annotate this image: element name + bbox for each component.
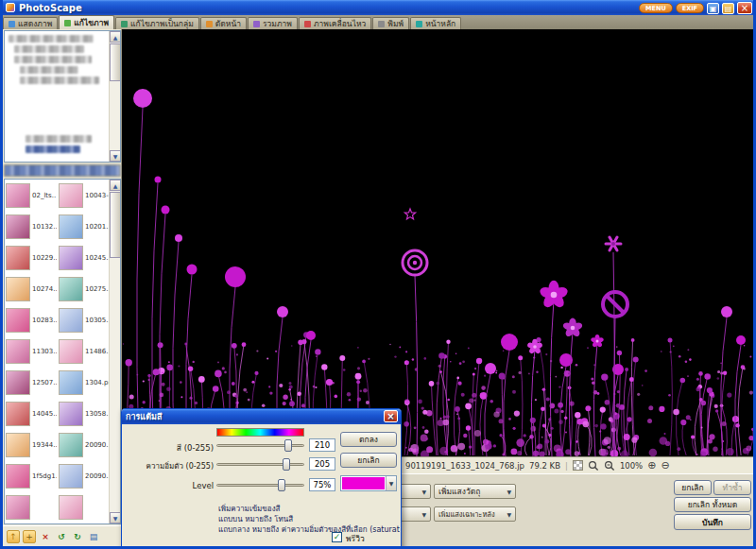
rotate-ccw-icon[interactable]: ↺ bbox=[55, 530, 68, 543]
thumbnail-item[interactable]: 10305.. bbox=[58, 304, 111, 335]
saturation-label: ความอิ่มตัว (0-255) bbox=[126, 460, 214, 472]
description-line: เพิ่มความเข้มของสี bbox=[218, 504, 400, 514]
thumbnail-scrollbar[interactable]: ▲ ▼ bbox=[109, 180, 120, 523]
exif-button[interactable]: EXIF bbox=[676, 3, 704, 13]
thumbnail-item[interactable]: 10201.. bbox=[58, 211, 111, 242]
image-view-icon[interactable]: ▤ bbox=[87, 530, 100, 543]
thumbnail-item[interactable]: 02_lts.. bbox=[5, 180, 58, 211]
tab-page[interactable]: ตัดหน้า bbox=[200, 17, 247, 29]
thumbnail-filename: 12507.. bbox=[32, 379, 57, 386]
tab-home[interactable]: หน้าหลัก bbox=[410, 17, 461, 29]
backlight-dropdown[interactable]: เพิ่มแสงเฉพาะหลัง▼ bbox=[434, 506, 516, 522]
blurred-tree-row bbox=[14, 45, 84, 53]
tab-combine[interactable]: รวมภาพ bbox=[248, 17, 298, 29]
transparency-checker-icon[interactable] bbox=[573, 460, 583, 471]
saturation-slider-thumb[interactable] bbox=[283, 458, 290, 471]
thumbnail-item[interactable]: 20090... bbox=[58, 429, 111, 460]
zoom-actual-icon[interactable] bbox=[604, 460, 615, 472]
thumbnail-item[interactable] bbox=[58, 491, 111, 523]
zoom-in-icon[interactable]: ⊕ bbox=[647, 459, 656, 472]
level-slider-thumb[interactable] bbox=[278, 479, 285, 491]
thumbnail-filename: 10275.. bbox=[85, 285, 110, 293]
thumbnail-item[interactable]: 14045.. bbox=[5, 398, 58, 429]
redo-button[interactable]: ทำซ้ำ bbox=[713, 480, 751, 495]
tab-label: รวมภาพ bbox=[263, 17, 292, 30]
thumbnail-filename: 20090... bbox=[85, 441, 110, 449]
dialog-titlebar[interactable]: การแต้มสี × bbox=[122, 409, 401, 424]
thumbnail-item[interactable]: 10132.. bbox=[5, 211, 58, 242]
status-filesize: 79.2 KB bbox=[529, 461, 560, 471]
thumbnail-filename: 10245.. bbox=[85, 254, 110, 262]
saturation-slider[interactable] bbox=[216, 458, 304, 471]
thumbnail-filename: 10283.. bbox=[32, 317, 57, 324]
status-separator: | bbox=[565, 461, 568, 471]
rotate-cw-icon[interactable]: ↻ bbox=[71, 530, 84, 543]
scroll-up-icon[interactable]: ▲ bbox=[110, 31, 121, 43]
folder-up-icon[interactable]: ↑ bbox=[7, 530, 20, 543]
thumbnail-item[interactable]: 12507.. bbox=[5, 367, 58, 398]
zoom-fit-icon[interactable] bbox=[588, 460, 599, 472]
zoom-out-icon[interactable]: ⊖ bbox=[661, 459, 669, 472]
scrollbar-thumb[interactable] bbox=[110, 43, 121, 81]
hue-slider[interactable] bbox=[216, 439, 304, 452]
thumbnail-image bbox=[59, 277, 83, 301]
scrollbar-thumb[interactable] bbox=[110, 192, 121, 258]
thumbnail-item[interactable]: 10245.. bbox=[58, 242, 111, 273]
color-swatch-picker[interactable]: ▼ bbox=[340, 475, 397, 491]
thumbnail-item[interactable]: 11303.. bbox=[5, 335, 58, 367]
saturation-value-input[interactable] bbox=[309, 457, 335, 471]
brighten-dropdown[interactable]: เพิ่มแสงวัตถุ▼ bbox=[434, 484, 516, 499]
thumbnail-item[interactable] bbox=[5, 491, 58, 523]
thumbnail-item[interactable]: 1304.png bbox=[58, 367, 111, 398]
undo-all-button[interactable]: ยกเลิก ทั้งหมด bbox=[674, 497, 751, 512]
thumbnail-item[interactable]: 10275.. bbox=[58, 273, 111, 304]
folder-tree[interactable]: ▲ ▼ bbox=[4, 30, 121, 163]
dialog-title: การแต้มสี bbox=[126, 410, 162, 423]
thumbnail-item[interactable]: 10043- bbox=[58, 180, 111, 211]
tab-viewer[interactable]: แสดงภาพ bbox=[3, 17, 58, 29]
capture-icon-button[interactable]: ▤ bbox=[722, 3, 734, 14]
undo-button[interactable]: ยกเลิก bbox=[674, 480, 712, 495]
scroll-up-icon[interactable]: ▲ bbox=[110, 180, 121, 191]
thumbnail-item[interactable]: 10274.. bbox=[5, 273, 58, 304]
tab-batch-editor[interactable]: แก้ไขภาพเป็นกลุ่ม bbox=[115, 17, 199, 29]
thumbnail-item[interactable]: 10283.. bbox=[5, 304, 58, 335]
thumbnail-item[interactable]: 13058.. bbox=[58, 398, 111, 429]
tab-animated-gif[interactable]: ภาพเคลื่อนไหว bbox=[299, 17, 371, 29]
hue-value-input[interactable] bbox=[309, 438, 335, 452]
delete-icon[interactable]: × bbox=[39, 530, 52, 543]
dialog-close-button[interactable]: × bbox=[384, 410, 398, 422]
tree-scrollbar[interactable]: ▲ ▼ bbox=[109, 31, 120, 162]
save-button[interactable]: บันทึก bbox=[674, 514, 751, 530]
thumbnail-image bbox=[59, 308, 83, 333]
tab-print[interactable]: พิมพ์ bbox=[372, 17, 409, 29]
thumbnail-item[interactable]: 20090... bbox=[58, 460, 111, 491]
scroll-down-icon[interactable]: ▼ bbox=[110, 512, 121, 523]
blurred-tree-row bbox=[9, 35, 94, 43]
thumbnail-filename: 20090... bbox=[85, 472, 110, 480]
thumbnail-item[interactable]: 11486.. bbox=[58, 335, 111, 367]
thumbnail-image bbox=[59, 339, 83, 364]
blurred-path-bar[interactable] bbox=[4, 164, 121, 177]
thumbnail-item[interactable]: 19344.. bbox=[5, 429, 58, 460]
viewer-tab-icon bbox=[9, 21, 15, 27]
scroll-down-icon[interactable]: ▼ bbox=[110, 150, 121, 162]
thumbnail-item[interactable]: 10229.. bbox=[5, 242, 58, 273]
chevron-down-icon: ▼ bbox=[386, 476, 396, 490]
dialog-cancel-button[interactable]: ยกเลิก bbox=[340, 453, 397, 468]
thumbnail-filename: 10229.. bbox=[32, 254, 57, 262]
dialog-ok-button[interactable]: ตกลง bbox=[340, 432, 397, 447]
tab-editor[interactable]: แก้ไขภาพ bbox=[59, 15, 114, 29]
slider-track bbox=[216, 484, 304, 487]
thumbnail-item[interactable]: 1f5dg1.. bbox=[5, 460, 58, 491]
gif-tab-icon bbox=[304, 21, 311, 27]
close-button[interactable]: × bbox=[737, 2, 752, 14]
menu-button[interactable]: MENU bbox=[639, 3, 673, 13]
sidebar: ▲ ▼ 02_lts..10043-10132..10201..10229..1… bbox=[3, 29, 122, 546]
preview-checkbox[interactable]: ✓ bbox=[332, 532, 342, 542]
fullscreen-icon-button[interactable]: ▣ bbox=[707, 3, 719, 14]
level-value-input[interactable] bbox=[309, 478, 335, 491]
level-slider[interactable] bbox=[216, 479, 304, 491]
new-folder-icon[interactable]: + bbox=[23, 530, 36, 543]
hue-slider-thumb[interactable] bbox=[284, 439, 292, 452]
